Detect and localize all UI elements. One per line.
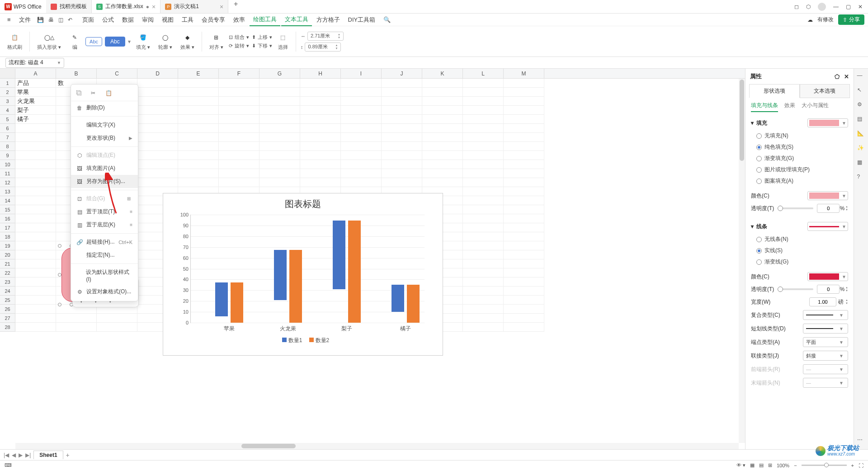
cell[interactable] bbox=[219, 88, 259, 97]
cloud-sync-icon[interactable]: ☁ bbox=[807, 17, 813, 23]
cell[interactable] bbox=[504, 196, 544, 205]
print-icon[interactable]: 🖶 bbox=[48, 17, 54, 23]
view-normal-icon[interactable]: ▦ bbox=[750, 462, 755, 468]
settings-icon[interactable]: ⚙ bbox=[857, 101, 865, 109]
cell[interactable] bbox=[504, 169, 544, 178]
row-header[interactable]: 24 bbox=[0, 287, 15, 296]
cell[interactable] bbox=[300, 142, 341, 151]
view-eye-icon[interactable]: 👁 ▾ bbox=[736, 462, 745, 468]
cell[interactable] bbox=[137, 124, 178, 133]
tab-shape-options[interactable]: 形状选项 bbox=[749, 84, 800, 98]
cell[interactable] bbox=[463, 79, 504, 88]
row-header[interactable]: 28 bbox=[0, 323, 15, 332]
cell[interactable] bbox=[15, 160, 56, 169]
cell[interactable] bbox=[300, 97, 341, 106]
dash-type-select[interactable]: ▼ bbox=[803, 324, 848, 334]
cell[interactable] bbox=[15, 296, 56, 305]
more-icon[interactable]: ⋯ bbox=[857, 437, 865, 445]
cube-icon[interactable]: ⬡ bbox=[806, 4, 811, 10]
menu-vip[interactable]: 会员专享 bbox=[198, 14, 229, 26]
cell[interactable] bbox=[178, 124, 219, 133]
cell[interactable] bbox=[341, 97, 382, 106]
menu-review[interactable]: 审阅 bbox=[138, 14, 157, 26]
cell[interactable] bbox=[259, 169, 300, 178]
row-header[interactable]: 5 bbox=[0, 115, 15, 124]
cell[interactable] bbox=[259, 151, 300, 160]
row-header[interactable]: 4 bbox=[0, 106, 15, 115]
cell[interactable] bbox=[259, 160, 300, 169]
cell[interactable] bbox=[422, 97, 463, 106]
row-header[interactable]: 14 bbox=[0, 196, 15, 205]
col-header[interactable]: K bbox=[422, 69, 463, 78]
tab-templates[interactable]: 找稻壳模板 bbox=[46, 0, 92, 13]
ctx-bring-front[interactable]: ▤置于顶层(T)≡ bbox=[71, 205, 138, 218]
row-header[interactable]: 10 bbox=[0, 160, 15, 169]
style-preset-1[interactable]: Abc bbox=[85, 37, 102, 46]
menu-hamburger-icon[interactable]: ≡ bbox=[4, 14, 14, 25]
cell[interactable] bbox=[463, 223, 504, 232]
cell[interactable] bbox=[463, 250, 504, 259]
cell[interactable]: 产品 bbox=[15, 79, 56, 88]
cell[interactable] bbox=[137, 133, 178, 142]
cell[interactable] bbox=[422, 106, 463, 115]
cell[interactable] bbox=[382, 106, 422, 115]
tab-presentation[interactable]: P 演示文稿1 × bbox=[160, 0, 228, 13]
cell[interactable] bbox=[15, 205, 56, 214]
cell[interactable]: 梨子 bbox=[15, 106, 56, 115]
cell[interactable] bbox=[463, 214, 504, 223]
cell[interactable] bbox=[300, 133, 341, 142]
cell[interactable] bbox=[219, 97, 259, 106]
row-header[interactable]: 8 bbox=[0, 142, 15, 151]
line-transparency-slider[interactable] bbox=[778, 288, 813, 290]
ctx-hyperlink[interactable]: 🔗超链接(H)...Ctrl+K bbox=[71, 235, 138, 249]
row-header[interactable]: 12 bbox=[0, 178, 15, 187]
compound-type-select[interactable]: ▼ bbox=[803, 310, 848, 320]
cell[interactable] bbox=[56, 314, 97, 323]
fill-picture-radio[interactable]: 图片或纹理填充(P) bbox=[756, 166, 848, 174]
tab-text-options[interactable]: 文本选项 bbox=[800, 84, 850, 98]
cell[interactable] bbox=[219, 178, 259, 187]
cell[interactable] bbox=[300, 124, 341, 133]
cell[interactable] bbox=[463, 232, 504, 241]
row-header[interactable]: 11 bbox=[0, 169, 15, 178]
cell[interactable] bbox=[178, 88, 219, 97]
row-header[interactable]: 21 bbox=[0, 259, 15, 268]
effects-button[interactable]: ◆ 效果 ▾ bbox=[178, 32, 197, 51]
cell[interactable] bbox=[219, 151, 259, 160]
cell[interactable] bbox=[341, 142, 382, 151]
cell[interactable] bbox=[504, 106, 544, 115]
row-header[interactable]: 3 bbox=[0, 97, 15, 106]
align-button[interactable]: ⊞ 对齐 ▾ bbox=[207, 32, 226, 51]
cell[interactable] bbox=[382, 88, 422, 97]
sheet-tab[interactable]: Sheet1 bbox=[33, 451, 63, 459]
menu-view[interactable]: 视图 bbox=[158, 14, 177, 26]
ctx-edit-text[interactable]: 编辑文字(X) bbox=[71, 118, 138, 132]
cell[interactable] bbox=[504, 259, 544, 268]
menu-fanggezi[interactable]: 方方格子 bbox=[313, 14, 344, 26]
cell[interactable] bbox=[300, 160, 341, 169]
close-panel-icon[interactable]: ✕ bbox=[844, 73, 849, 80]
cell[interactable] bbox=[15, 169, 56, 178]
cell[interactable] bbox=[422, 151, 463, 160]
cell[interactable] bbox=[463, 88, 504, 97]
style-more-icon[interactable]: ▾ bbox=[128, 38, 131, 45]
fill-gradient-radio[interactable]: 渐变填充(G) bbox=[756, 155, 848, 162]
cell[interactable] bbox=[382, 160, 422, 169]
cell[interactable] bbox=[219, 169, 259, 178]
fill-none-radio[interactable]: 无填充(N) bbox=[756, 132, 848, 140]
height-input[interactable]: 0.89厘米▲▼ bbox=[305, 42, 341, 52]
cell[interactable] bbox=[15, 268, 56, 277]
cell[interactable] bbox=[15, 223, 56, 232]
row-header[interactable]: 20 bbox=[0, 250, 15, 259]
line-transparency-input[interactable] bbox=[817, 285, 840, 294]
cell[interactable] bbox=[341, 169, 382, 178]
cut-icon[interactable]: ✂ bbox=[91, 90, 99, 98]
col-header[interactable]: H bbox=[300, 69, 341, 78]
close-window-icon[interactable]: ✕ bbox=[858, 4, 863, 10]
cell[interactable] bbox=[259, 79, 300, 88]
cell[interactable] bbox=[504, 305, 544, 314]
line-none-radio[interactable]: 无线条(N) bbox=[756, 235, 848, 243]
line-gradient-radio[interactable]: 渐变线(G) bbox=[756, 258, 848, 266]
fullscreen-icon[interactable]: ⛶ bbox=[859, 463, 863, 468]
cell[interactable] bbox=[178, 160, 219, 169]
